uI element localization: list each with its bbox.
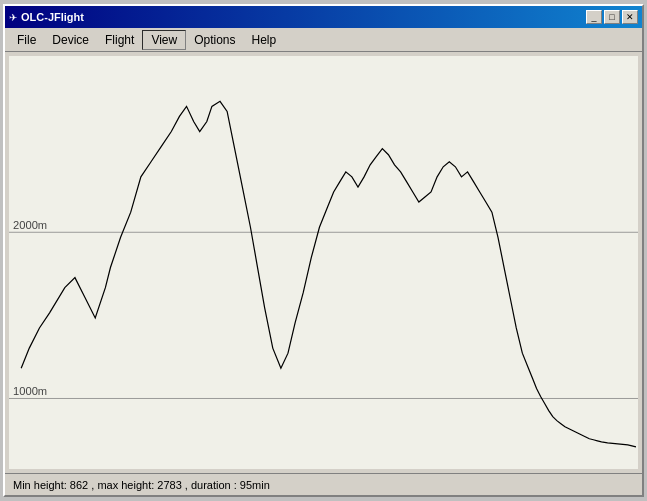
minimize-button[interactable]: _	[586, 10, 602, 24]
main-window: ✈ OLC-JFlight _ □ ✕ File Device Flight V…	[3, 4, 644, 497]
window-controls: _ □ ✕	[586, 10, 638, 24]
chart-area: 2000m 1000m	[9, 56, 638, 469]
menu-help[interactable]: Help	[244, 31, 285, 49]
menu-flight[interactable]: Flight	[97, 31, 142, 49]
status-bar: Min height: 862 , max height: 2783 , dur…	[5, 473, 642, 495]
menu-file[interactable]: File	[9, 31, 44, 49]
title-bar: ✈ OLC-JFlight _ □ ✕	[5, 6, 642, 28]
svg-text:1000m: 1000m	[13, 386, 47, 398]
maximize-button[interactable]: □	[604, 10, 620, 24]
close-button[interactable]: ✕	[622, 10, 638, 24]
menu-bar: File Device Flight View Options Help	[5, 28, 642, 52]
altitude-chart: 2000m 1000m	[9, 56, 638, 469]
menu-view[interactable]: View	[142, 30, 186, 50]
svg-rect-0	[9, 56, 638, 469]
svg-text:2000m: 2000m	[13, 219, 47, 231]
window-title: OLC-JFlight	[21, 11, 84, 23]
window-icon: ✈	[9, 12, 17, 23]
status-text: Min height: 862 , max height: 2783 , dur…	[13, 479, 270, 491]
menu-options[interactable]: Options	[186, 31, 243, 49]
menu-device[interactable]: Device	[44, 31, 97, 49]
